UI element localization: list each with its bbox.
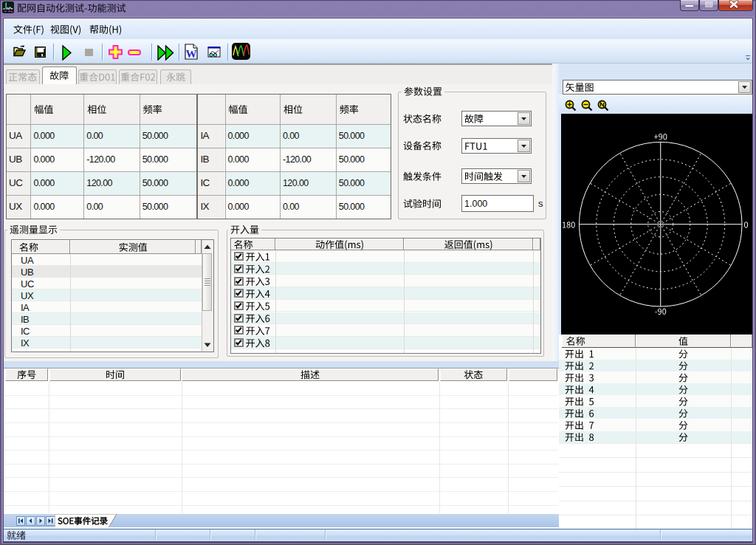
svg-text:W: W (186, 48, 197, 60)
